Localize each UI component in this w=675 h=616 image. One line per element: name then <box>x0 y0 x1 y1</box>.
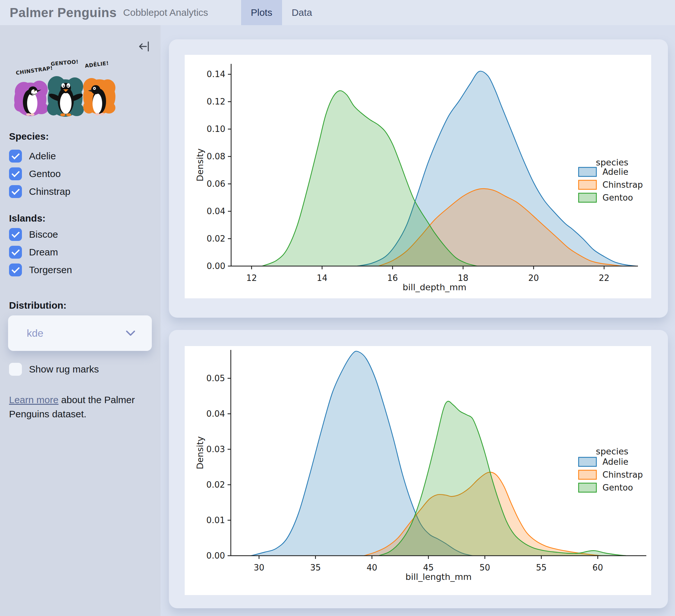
x-tick-label: 60 <box>593 563 603 572</box>
checkbox-label: Adelie <box>29 151 56 161</box>
y-tick-label: 0.02 <box>206 480 225 490</box>
bill-depth-density-plot: 1214161820220.000.020.040.060.080.100.12… <box>185 55 651 298</box>
species-checkbox-row-chinstrap[interactable]: Chinstrap <box>9 185 70 198</box>
legend-title: species <box>596 447 628 456</box>
islands-checkbox-row-dream[interactable]: Dream <box>9 246 58 259</box>
x-tick-label: 30 <box>254 563 264 572</box>
checkbox-label: Biscoe <box>29 229 58 240</box>
gentoo-label: GENTOO! <box>51 59 79 67</box>
y-tick-label: 0.12 <box>207 97 225 107</box>
legend-patch-adelie <box>579 457 596 466</box>
bill-length-card: 303540455055600.000.010.020.030.040.05bi… <box>169 330 668 608</box>
legend-patch-adelie <box>579 167 596 177</box>
y-tick-label: 0.04 <box>206 409 225 419</box>
chinstrap-label: CHINSTRAP! <box>15 65 53 76</box>
distribution-select[interactable]: kde <box>8 316 152 351</box>
x-tick-label: 55 <box>536 563 547 572</box>
nav-tabs: PlotsData <box>241 0 322 25</box>
x-tick-label: 22 <box>599 273 609 283</box>
y-tick-label: 0.05 <box>206 373 225 383</box>
species-heading: Species: <box>9 131 49 142</box>
adelie-label: ADĒLIE! <box>84 60 109 69</box>
x-tick-label: 50 <box>480 563 490 572</box>
legend-title: species <box>596 157 628 167</box>
y-tick-label: 0.02 <box>207 234 225 244</box>
checkbox-adelie[interactable] <box>9 150 22 162</box>
x-tick-label: 18 <box>458 273 468 283</box>
y-tick-label: 0.00 <box>207 261 225 271</box>
legend-patch-gentoo <box>579 483 596 492</box>
legend-patch-chinstrap <box>579 180 596 189</box>
legend-patch-chinstrap <box>579 470 596 479</box>
sidebar: CHINSTRAP! GENTOO! ADĒLIE! Species: Adel… <box>0 25 160 616</box>
app-header: Palmer Penguins Cobblepot Analytics Plot… <box>0 0 675 25</box>
checkbox-biscoe[interactable] <box>9 228 22 241</box>
tab-plots[interactable]: Plots <box>241 0 282 25</box>
legend-label-gentoo: Gentoo <box>602 483 633 492</box>
legend-label-adelie: Adelie <box>602 457 628 467</box>
x-tick-label: 12 <box>246 273 257 283</box>
checkbox-label: Gentoo <box>29 168 61 179</box>
y-tick-label: 0.04 <box>207 206 225 216</box>
checkbox-label: Chinstrap <box>29 186 70 197</box>
legend-patch-gentoo <box>579 193 596 202</box>
checkbox-dream[interactable] <box>9 246 22 259</box>
y-axis-label: Density <box>195 436 205 470</box>
chevron-down-icon <box>125 329 136 337</box>
checkbox-chinstrap[interactable] <box>9 185 22 198</box>
islands-checkbox-row-biscoe[interactable]: Biscoe <box>9 228 58 241</box>
learn-more-link[interactable]: Learn more <box>9 395 58 405</box>
checkbox-torgersen[interactable] <box>9 264 22 276</box>
sidebar-collapse-button[interactable] <box>137 39 153 54</box>
x-axis-label: bill_depth_mm <box>402 282 466 292</box>
y-tick-label: 0.14 <box>207 69 225 79</box>
distribution-heading: Distribution: <box>9 300 66 311</box>
legend-label-chinstrap: Chinstrap <box>602 470 643 480</box>
checkbox-label: Dream <box>29 247 58 258</box>
tab-data[interactable]: Data <box>282 0 322 25</box>
legend-label-chinstrap: Chinstrap <box>602 180 643 190</box>
penguin-artwork: CHINSTRAP! GENTOO! ADĒLIE! <box>12 54 120 120</box>
species-checkbox-row-gentoo[interactable]: Gentoo <box>9 167 61 181</box>
x-tick-label: 14 <box>317 273 327 283</box>
islands-heading: Islands: <box>9 213 46 224</box>
app-title: Palmer Penguins <box>10 5 117 20</box>
x-tick-label: 35 <box>310 563 321 572</box>
legend-label-gentoo: Gentoo <box>602 193 633 203</box>
rug-marks-checkbox[interactable] <box>9 363 22 376</box>
distribution-selected-value: kde <box>27 327 44 339</box>
checkbox-label: Torgersen <box>29 265 72 275</box>
x-tick-label: 40 <box>367 563 377 572</box>
x-axis-label: bill_length_mm <box>405 572 472 582</box>
penguin-artwork-image: CHINSTRAP! GENTOO! ADĒLIE! <box>12 54 120 120</box>
y-tick-label: 0.03 <box>206 444 225 454</box>
bill-depth-card: 1214161820220.000.020.040.060.080.100.12… <box>169 39 668 318</box>
y-tick-label: 0.08 <box>207 152 225 161</box>
brand: Palmer Penguins Cobblepot Analytics <box>10 0 208 25</box>
y-tick-label: 0.01 <box>206 516 225 525</box>
species-checkbox-row-adelie[interactable]: Adelie <box>9 149 56 163</box>
y-tick-label: 0.06 <box>207 179 225 189</box>
kde-chart-bill_depth_mm: 1214161820220.000.020.040.060.080.100.12… <box>185 55 651 298</box>
collapse-left-icon <box>137 39 153 54</box>
x-tick-label: 45 <box>423 563 434 572</box>
kde-chart-bill_length_mm: 303540455055600.000.010.020.030.040.05bi… <box>185 346 651 595</box>
app-subtitle: Cobblepot Analytics <box>123 7 208 18</box>
x-tick-label: 20 <box>528 273 539 283</box>
bill-length-density-plot: 303540455055600.000.010.020.030.040.05bi… <box>185 346 651 595</box>
rug-marks-row[interactable]: Show rug marks <box>9 362 99 376</box>
y-axis-label: Density <box>195 148 205 182</box>
islands-checkbox-row-torgersen[interactable]: Torgersen <box>9 263 72 277</box>
dataset-footnote: Learn more about the Palmer Penguins dat… <box>9 393 151 421</box>
rug-marks-label: Show rug marks <box>29 364 99 375</box>
y-tick-label: 0.10 <box>207 124 225 134</box>
legend-label-adelie: Adelie <box>602 167 628 177</box>
checkbox-gentoo[interactable] <box>9 167 22 180</box>
x-tick-label: 16 <box>387 273 398 283</box>
y-tick-label: 0.00 <box>206 551 225 560</box>
